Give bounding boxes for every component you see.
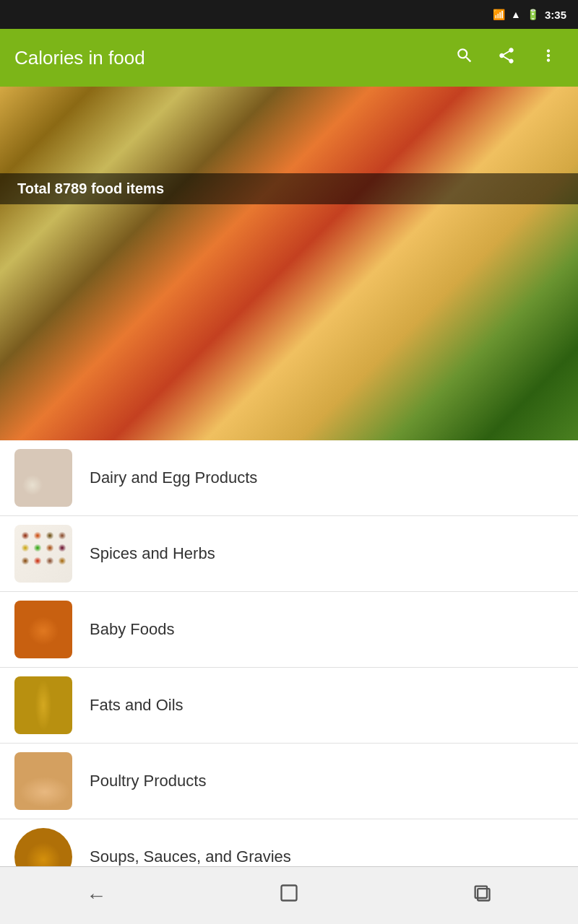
category-list: Dairy and Egg Products Spices and Herbs …	[0, 440, 578, 924]
poultry-thumbnail	[14, 752, 72, 810]
signal-icon: ▲	[511, 9, 521, 20]
status-bar: 📶 ▲ 🔋 3:35	[0, 0, 578, 29]
share-icon[interactable]	[491, 40, 522, 76]
total-banner: Total 8789 food items	[0, 173, 578, 204]
battery-icon: 🔋	[527, 9, 539, 20]
soups-label: Soups, Sauces, and Gravies	[90, 847, 291, 866]
fats-label: Fats and Oils	[90, 696, 184, 715]
category-item-fats[interactable]: Fats and Oils	[0, 668, 578, 744]
search-icon[interactable]	[449, 40, 480, 76]
time-display: 3:35	[545, 9, 566, 21]
back-button[interactable]: ←	[72, 876, 121, 916]
more-options-icon[interactable]	[533, 40, 564, 76]
category-item-poultry[interactable]: Poultry Products	[0, 744, 578, 819]
category-item-dairy[interactable]: Dairy and Egg Products	[0, 440, 578, 516]
dairy-label: Dairy and Egg Products	[90, 468, 257, 487]
hero-image-container: Total 8789 food items	[0, 87, 578, 440]
category-item-spices[interactable]: Spices and Herbs	[0, 516, 578, 592]
app-bar: Calories in food	[0, 29, 578, 87]
fats-thumbnail	[14, 676, 72, 734]
hero-image	[0, 87, 578, 440]
baby-thumbnail	[14, 601, 72, 658]
wifi-icon: 📶	[493, 9, 505, 20]
nav-bar: ←	[0, 866, 578, 924]
recents-button[interactable]	[457, 874, 506, 917]
app-title: Calories in food	[14, 47, 438, 69]
total-food-count: Total 8789 food items	[17, 180, 164, 196]
home-button[interactable]	[264, 874, 314, 917]
category-item-baby[interactable]: Baby Foods	[0, 592, 578, 668]
spices-label: Spices and Herbs	[90, 544, 215, 563]
poultry-label: Poultry Products	[90, 772, 206, 790]
svg-rect-0	[281, 886, 296, 901]
spices-thumbnail	[14, 525, 72, 583]
baby-label: Baby Foods	[90, 620, 174, 639]
dairy-thumbnail	[14, 449, 72, 507]
